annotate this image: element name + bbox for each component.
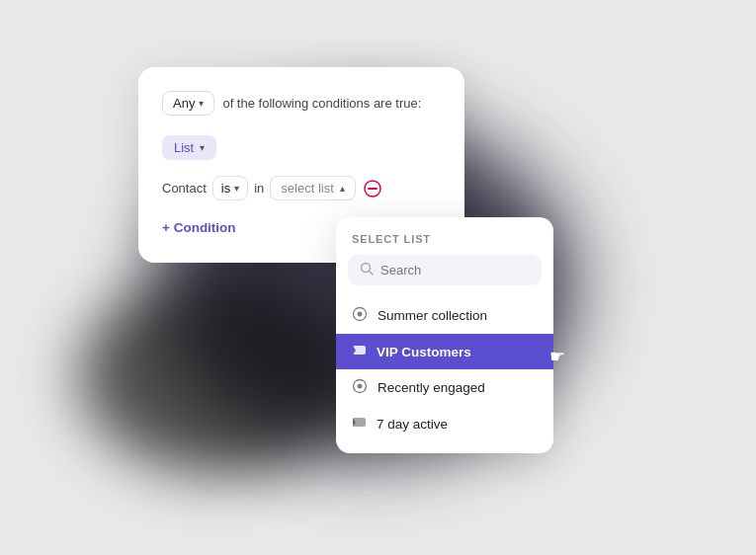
svg-point-9	[358, 384, 363, 389]
is-chevron-icon: ▾	[234, 183, 239, 194]
list-tag-label: List	[174, 140, 194, 155]
add-condition-label: + Condition	[162, 220, 236, 235]
list-item-label-recently: Recently engaged	[378, 380, 485, 395]
minus-circle-icon	[364, 180, 381, 198]
contact-label: Contact	[162, 181, 207, 196]
search-input[interactable]	[380, 263, 530, 278]
list-items: Summer collection VIP Customers ☛ Recent…	[336, 297, 553, 441]
remove-condition-button[interactable]	[362, 178, 383, 199]
top-row: Any ▾ of the following conditions are tr…	[162, 91, 441, 116]
select-list-dropdown: SELECT LIST Summer collection	[336, 217, 553, 453]
list-item-7day[interactable]: 7 day active	[336, 406, 553, 441]
list-item[interactable]: Summer collection	[336, 297, 553, 334]
list-item-vip[interactable]: VIP Customers ☛	[336, 334, 553, 369]
select-list-placeholder: select list	[281, 181, 333, 196]
list-tag-chevron-icon: ▾	[200, 142, 205, 153]
list-item-label: Summer collection	[378, 308, 487, 323]
in-label: in	[254, 181, 264, 196]
is-dropdown[interactable]: is ▾	[212, 176, 248, 200]
svg-point-5	[358, 312, 363, 317]
dropdown-header: SELECT LIST	[336, 233, 553, 255]
list-item-icon-7day	[352, 415, 367, 433]
list-item-label-7day: 7 day active	[377, 417, 448, 432]
select-list-button[interactable]: select list ▴	[270, 176, 355, 200]
any-label: Any	[173, 96, 195, 111]
background-blob-2	[79, 277, 356, 474]
list-item-label-vip: VIP Customers	[377, 345, 471, 359]
condition-row: Contact is ▾ in select list ▴	[162, 176, 441, 200]
search-icon	[360, 262, 374, 278]
list-item-icon	[352, 306, 368, 325]
list-item-recently[interactable]: Recently engaged	[336, 369, 553, 406]
is-label: is	[221, 181, 230, 196]
list-item-icon-recently	[352, 378, 368, 397]
condition-text: of the following conditions are true:	[222, 96, 421, 111]
search-box[interactable]	[348, 255, 542, 285]
chevron-up-icon: ▴	[340, 183, 345, 194]
svg-line-3	[370, 272, 374, 276]
list-item-icon-vip	[352, 343, 367, 360]
any-dropdown[interactable]: Any ▾	[162, 91, 214, 116]
list-tag[interactable]: List ▾	[162, 135, 441, 176]
chevron-down-icon: ▾	[199, 98, 204, 109]
